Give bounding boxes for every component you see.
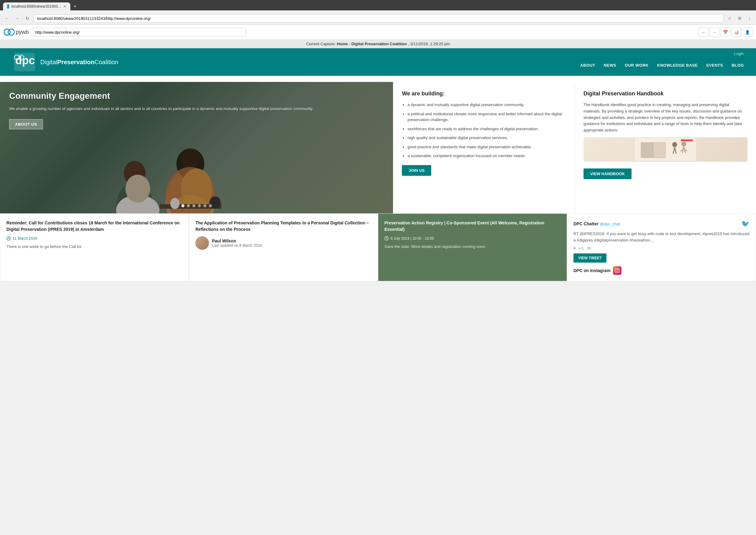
list-item: a political and institutional climate mo… [407, 111, 566, 123]
twitter-bird-icon: 🐦 [741, 220, 750, 228]
logo-text: DigitalPreservationCoalition [40, 59, 118, 66]
dot-4[interactable] [198, 204, 201, 207]
instagram-icon [613, 266, 622, 275]
svg-line-33 [9, 239, 10, 239]
reload-button[interactable]: ↻ [23, 14, 32, 23]
tweet-meta: ♥ ↩1 3h [573, 246, 750, 250]
nav-news[interactable]: NEWS [604, 63, 616, 68]
author-avatar [195, 236, 209, 250]
bottom-cards-section: Reminder: Call for Contributions closes … [0, 213, 756, 281]
tweet-likes: ♥ [573, 246, 575, 250]
hero-section: Community Engagement We enable a growing… [0, 82, 756, 213]
pywb-action-buttons: ← → 📅 📊 👤 [699, 27, 752, 37]
list-item: good practice and standards that make di… [407, 144, 566, 150]
wayback-banner: Current Capture: Home - Digital Preserva… [0, 40, 756, 48]
about-us-button[interactable]: ABOUT US [9, 119, 43, 129]
login-link[interactable]: Login [734, 51, 744, 56]
list-item: workforces that are ready to address the… [407, 126, 566, 132]
bookmark-icon[interactable]: ☆ [725, 14, 734, 23]
logo-text-normal: Digital [40, 59, 57, 66]
handbook-panel: Digital Preservation Handbook The Handbo… [575, 82, 756, 213]
building-panel: We are building: a dynamic and mutually … [393, 82, 574, 213]
pywb-back-button[interactable]: ← [699, 27, 708, 37]
author-avatar-inner [195, 236, 209, 250]
tweet-time: 3h [587, 246, 591, 250]
nav-events[interactable]: EVENTS [706, 63, 723, 68]
logo-text-bold: Preservation [57, 59, 95, 66]
author-name: Paul Wilson [212, 239, 262, 243]
dot-2[interactable] [187, 204, 190, 207]
new-tab-button[interactable]: + [72, 3, 78, 11]
svg-rect-37 [615, 268, 619, 273]
back-button[interactable]: ← [2, 14, 11, 23]
logo-area: dpc DigitalPreservationCoalition [12, 51, 118, 73]
capture-label: Current Capture: [306, 42, 336, 46]
svg-point-19 [682, 142, 686, 147]
pywb-graph-button[interactable]: 📊 [732, 27, 741, 37]
svg-point-39 [618, 269, 619, 269]
news-2-title: The Application of Preservation Planning… [195, 220, 372, 233]
pywb-url-input[interactable] [32, 28, 246, 37]
site-logo-icon: dpc [12, 51, 37, 73]
nav-about[interactable]: ABOUT [580, 63, 595, 68]
extensions-icon[interactable]: ⧉ [735, 14, 744, 23]
svg-line-36 [387, 239, 388, 239]
building-panel-title: We are building: [402, 91, 566, 97]
list-item: a sustainable, competent organization fo… [407, 153, 566, 159]
tab-title: localhost:8080/ukwa/201903... [11, 4, 61, 9]
author-info: Paul Wilson Last updated on 8 March 2019 [195, 236, 372, 250]
tab-bar: localhost:8080/ukwa/201903... ✕ + [3, 2, 753, 11]
pywb-forward-button[interactable]: → [710, 27, 719, 37]
tweet-retweets: ↩1 [579, 246, 584, 250]
pywb-logo-icon [4, 28, 15, 36]
pywb-calendar-button[interactable]: 📅 [720, 27, 730, 37]
dot-3[interactable] [192, 204, 195, 207]
view-tweet-button[interactable]: VIEW TWEET [573, 253, 606, 263]
handbook-description: The Handbook identifies good practice in… [584, 102, 747, 134]
handbook-illustration [584, 137, 747, 162]
instagram-row: DPC on Instagram [573, 266, 750, 275]
site-wrapper: Login dpc DigitalPreservationCoalition A… [0, 48, 756, 281]
dot-1[interactable] [181, 204, 185, 207]
twitter-title: DPC Chatter [573, 221, 598, 226]
twitter-card: DPC Chatter @dpc_chat 🐦 RT @iPRES2019: I… [567, 213, 756, 281]
forward-button[interactable]: → [13, 14, 21, 23]
header-spacer [0, 76, 756, 82]
join-us-button[interactable]: JOIN US [402, 165, 431, 176]
event-title: Preservation Action Registry | Co-Sponso… [384, 220, 561, 233]
event-description: Save the date: More details and registra… [384, 244, 561, 250]
svg-rect-28 [641, 142, 653, 158]
clock-icon-1 [6, 236, 11, 240]
hero-carousel-dots [181, 204, 212, 207]
dot-5[interactable] [203, 204, 206, 207]
hero-title: Community Engagement [9, 91, 384, 101]
author-date: Last updated on 8 March 2019 [212, 243, 262, 248]
event-date-text: 8 July 2019 | 10:00 - 16:00 [391, 236, 434, 240]
dot-6[interactable] [209, 204, 212, 207]
news-1-title: Reminder: Call for Contributions closes … [6, 220, 183, 233]
tab-close-button[interactable]: ✕ [63, 5, 66, 9]
nav-our-work[interactable]: OUR WORK [625, 63, 649, 68]
author-details: Paul Wilson Last updated on 8 March 2019 [212, 239, 262, 248]
pywb-logo-text: pywb [16, 29, 29, 36]
capture-date: , [408, 42, 410, 46]
svg-point-38 [616, 269, 618, 271]
menu-icon[interactable]: ⋮ [745, 14, 754, 23]
address-bar[interactable] [34, 14, 724, 23]
tweet-text: RT @iPRES2019: If you want to get busy w… [573, 231, 750, 244]
view-handbook-button[interactable]: VIEW HANDBOOK [584, 168, 631, 179]
toolbar-icons: ☆ ⧉ ⋮ [725, 14, 754, 23]
twitter-handle[interactable]: @dpc_chat [600, 222, 620, 226]
twitter-header: DPC Chatter @dpc_chat 🐦 [573, 220, 750, 228]
pywb-user-button[interactable]: 👤 [742, 27, 752, 37]
active-tab[interactable]: localhost:8080/ukwa/201903... ✕ [3, 2, 70, 11]
site-header: Login dpc DigitalPreservationCoalition A… [0, 48, 756, 76]
hero-content: Community Engagement We enable a growing… [9, 91, 384, 129]
instagram-label: DPC on Instagram [573, 268, 610, 273]
nav-blog[interactable]: BLOG [732, 63, 744, 68]
tab-favicon [7, 4, 9, 9]
list-item: a dynamic and mutually supportive digita… [407, 102, 566, 108]
building-list: a dynamic and mutually supportive digita… [402, 102, 566, 159]
nav-knowledge-base[interactable]: KNOWLEDGE BASE [657, 63, 698, 68]
instagram-section: DPC on Instagram [573, 266, 750, 275]
